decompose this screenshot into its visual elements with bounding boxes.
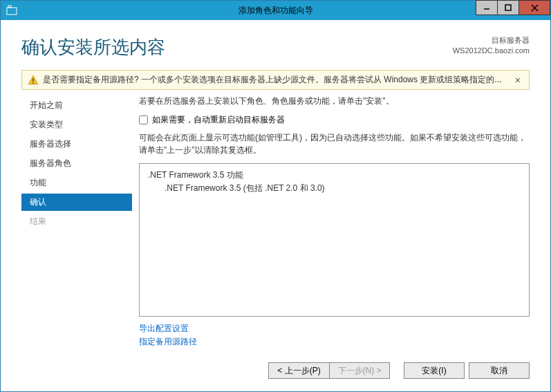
warning-icon: ! [28, 75, 39, 86]
previous-button[interactable]: < 上一步(P) [268, 362, 329, 379]
window-title: 添加角色和功能向导 [1, 5, 550, 17]
list-item: .NET Framework 3.5 (包括 .NET 2.0 和 3.0) [165, 183, 521, 194]
window-controls [476, 0, 550, 15]
auto-restart-label: 如果需要，自动重新启动目标服务器 [152, 114, 285, 126]
sidebar-item-install-type[interactable]: 安装类型 [21, 116, 132, 133]
minimize-button[interactable] [476, 0, 498, 15]
install-button[interactable]: 安装(I) [404, 362, 465, 379]
target-server-info: 目标服务器 WS2012DC.baozi.com [453, 35, 530, 57]
warning-text: 是否需要指定备用源路径? 一个或多个安装选项在目标服务器上缺少源文件。服务器将尝… [43, 74, 512, 86]
content-area: 若要在所选服务器上安装以下角色、角色服务或功能，请单击"安装"。 如果需要，自动… [132, 95, 530, 351]
sidebar-item-before-begin[interactable]: 开始之前 [21, 97, 132, 114]
close-button[interactable] [519, 0, 550, 15]
maximize-button[interactable] [497, 0, 519, 15]
header: 确认安装所选内容 目标服务器 WS2012DC.baozi.com [1, 20, 550, 68]
page-title: 确认安装所选内容 [21, 35, 165, 59]
sidebar-item-server-select[interactable]: 服务器选择 [21, 136, 132, 153]
body: 开始之前 安装类型 服务器选择 服务器角色 功能 确认 结果 若要在所选服务器上… [1, 95, 550, 351]
sidebar-item-results: 结果 [21, 213, 132, 230]
list-item: .NET Framework 3.5 功能 [148, 169, 521, 181]
next-button: 下一步(N) > [329, 362, 390, 379]
target-label: 目标服务器 [453, 35, 530, 46]
selection-list: .NET Framework 3.5 功能 .NET Framework 3.5… [139, 163, 530, 317]
warning-bar: ! 是否需要指定备用源路径? 一个或多个安装选项在目标服务器上缺少源文件。服务器… [21, 70, 530, 90]
svg-text:!: ! [32, 77, 34, 84]
intro-text: 若要在所选服务器上安装以下角色、角色服务或功能，请单击"安装"。 [139, 95, 530, 107]
target-value: WS2012DC.baozi.com [453, 46, 530, 56]
svg-rect-3 [505, 5, 511, 10]
titlebar: 添加角色和功能向导 [1, 1, 550, 20]
nav-button-group: < 上一步(P) 下一步(N) > [268, 362, 390, 379]
footer: < 上一步(P) 下一步(N) > 安装(I) 取消 [1, 351, 550, 391]
warning-close-icon[interactable]: × [512, 75, 523, 86]
links-area: 导出配置设置 指定备用源路径 [139, 317, 530, 351]
export-config-link[interactable]: 导出配置设置 [139, 322, 530, 335]
sidebar: 开始之前 安装类型 服务器选择 服务器角色 功能 确认 结果 [21, 95, 132, 351]
cancel-button[interactable]: 取消 [469, 362, 530, 379]
auto-restart-row: 如果需要，自动重新启动目标服务器 [139, 114, 530, 126]
sidebar-item-features[interactable]: 功能 [21, 174, 132, 192]
alt-source-link[interactable]: 指定备用源路径 [139, 335, 530, 348]
auto-restart-checkbox[interactable] [139, 115, 148, 124]
sidebar-item-server-roles[interactable]: 服务器角色 [21, 155, 132, 172]
wizard-window: 添加角色和功能向导 确认安装所选内容 目标服务器 WS2012DC.baozi.… [0, 0, 551, 392]
description-text: 可能会在此页面上显示可选功能(如管理工具)，因为已自动选择这些功能。如果不希望安… [139, 131, 530, 156]
sidebar-item-confirm[interactable]: 确认 [21, 194, 132, 211]
